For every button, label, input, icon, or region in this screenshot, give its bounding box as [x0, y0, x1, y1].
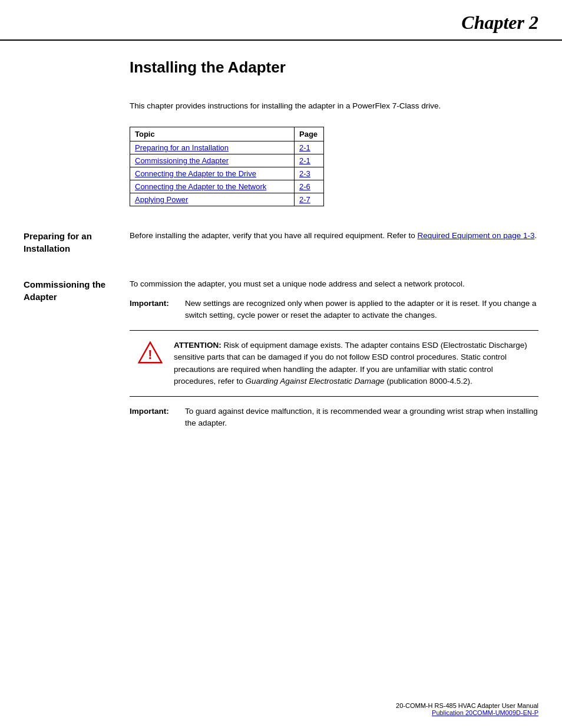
toc-page-link[interactable]: 2-1	[299, 156, 310, 165]
preparing-text: Before installing the adapter, verify th…	[130, 230, 538, 242]
toc-topic-cell: Connecting the Adapter to the Network	[130, 180, 295, 193]
section-preparing: Preparing for an Installation Before ins…	[24, 218, 538, 266]
toc-topic-cell: Applying Power	[130, 193, 295, 206]
toc-topic-cell: Connecting the Adapter to the Drive	[130, 167, 295, 180]
section-body-commissioning: To commission the adapter, you must set …	[130, 278, 538, 436]
toc-row: Preparing for an Installation2-1	[130, 141, 324, 154]
warning-triangle-icon: !	[138, 341, 163, 364]
chapter-title: Chapter 2	[461, 12, 538, 34]
page-title: Installing the Adapter	[130, 58, 538, 77]
toc-page-cell: 2-6	[295, 180, 324, 193]
svg-text:!: !	[148, 347, 152, 362]
attention-box: ! ATTENTION: Risk of equipment damage ex…	[130, 330, 538, 397]
toc-section: Topic Page Preparing for an Installation…	[24, 121, 538, 218]
toc-page-cell: 2-7	[295, 193, 324, 206]
footer-pub-text: Publication 20COMM-UM009D-EN-P	[396, 709, 538, 716]
intro-section: This chapter provides instructions for i…	[24, 88, 538, 121]
toc-topic-link[interactable]: Commissioning the Adapter	[135, 156, 229, 165]
header: Chapter 2	[0, 0, 562, 41]
attention-content: ATTENTION: Risk of equipment damage exis…	[174, 340, 533, 387]
attention-after-italic: (publication 8000-4.5.2).	[386, 377, 472, 386]
important-label-1: Important:	[130, 298, 177, 309]
important-label-2: Important:	[130, 406, 177, 417]
toc-page-link[interactable]: 2-3	[299, 169, 310, 178]
section-heading-commissioning: Commissioning the Adapter	[24, 278, 130, 436]
toc-topic-link[interactable]: Preparing for an Installation	[135, 143, 229, 152]
toc-row: Applying Power2-7	[130, 193, 324, 206]
toc-topic-cell: Preparing for an Installation	[130, 141, 295, 154]
toc-topic-link[interactable]: Connecting the Adapter to the Drive	[135, 169, 256, 178]
section-commissioning: Commissioning the Adapter To commission …	[24, 266, 538, 448]
toc-page-cell: 2-1	[295, 154, 324, 167]
warning-icon: !	[135, 340, 165, 364]
important-text-2: To guard against device malfunction, it …	[179, 406, 538, 430]
toc-header-topic: Topic	[130, 127, 295, 141]
commissioning-intro: To commission the adapter, you must set …	[130, 278, 538, 290]
toc-page-link[interactable]: 2-1	[299, 143, 310, 152]
toc-table: Topic Page Preparing for an Installation…	[130, 127, 324, 206]
toc-page-link[interactable]: 2-6	[299, 182, 310, 191]
attention-label: ATTENTION:	[174, 341, 222, 350]
page-title-section: Installing the Adapter	[24, 41, 538, 88]
toc-topic-link[interactable]: Connecting the Adapter to the Network	[135, 182, 266, 191]
section-body-preparing: Before installing the adapter, verify th…	[130, 230, 538, 255]
toc-page-link[interactable]: 2-7	[299, 195, 310, 204]
required-equipment-link[interactable]: Required Equipment on page 1-3	[418, 231, 535, 240]
intro-text: This chapter provides instructions for i…	[130, 100, 459, 112]
important-text-1: New settings are recognized only when po…	[179, 298, 538, 322]
toc-page-cell: 2-1	[295, 141, 324, 154]
footer-main-text: 20-COMM-H RS-485 HVAC Adapter User Manua…	[396, 702, 538, 709]
toc-topic-link[interactable]: Applying Power	[135, 195, 188, 204]
toc-topic-cell: Commissioning the Adapter	[130, 154, 295, 167]
toc-row: Connecting the Adapter to the Network2-6	[130, 180, 324, 193]
toc-row: Commissioning the Adapter2-1	[130, 154, 324, 167]
toc-header-page: Page	[295, 127, 324, 141]
important-block-2: Important: To guard against device malfu…	[130, 406, 538, 430]
section-heading-preparing: Preparing for an Installation	[24, 230, 130, 255]
page-container: Chapter 2 Installing the Adapter This ch…	[0, 0, 562, 728]
attention-italic-text: Guarding Against Electrostatic Damage	[246, 377, 385, 386]
toc-row: Connecting the Adapter to the Drive2-3	[130, 167, 324, 180]
toc-page-cell: 2-3	[295, 167, 324, 180]
footer: 20-COMM-H RS-485 HVAC Adapter User Manua…	[396, 702, 538, 716]
important-block-1: Important: New settings are recognized o…	[130, 298, 538, 322]
main-content: Installing the Adapter This chapter prov…	[0, 41, 562, 472]
